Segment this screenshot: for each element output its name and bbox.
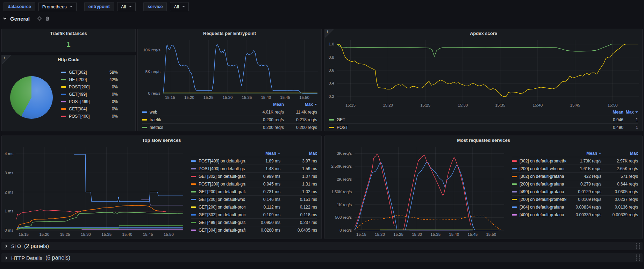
row-slo[interactable]: SLO (2 panels): [1, 242, 643, 250]
legend-sort-mean[interactable]: Mean: [251, 102, 284, 107]
row-http-details[interactable]: HTTP Details (6 panels): [1, 253, 643, 262]
panel-title[interactable]: Apdex score: [325, 29, 642, 37]
series-name[interactable]: GET[302]: [69, 70, 102, 75]
pie-legend-row[interactable]: POST[400]0%: [61, 112, 118, 120]
legend-row[interactable]: [304] on default-grafana0.00834 req/s0.0…: [512, 203, 638, 211]
legend-row[interactable]: [302] on default-grafana422 req/s571 req…: [512, 172, 638, 180]
panel-requests-per-entrypoint: Requests per Entrypoint 15:1515:2015:251…: [137, 29, 322, 131]
series-color-swatch: [191, 214, 196, 216]
legend-row[interactable]: GET[200] on default-grafana0.731 ms1.02 …: [191, 188, 317, 195]
series-name[interactable]: [499] on default-grafana: [520, 189, 564, 194]
legend-sort-mean[interactable]: Mean: [599, 110, 623, 115]
series-name[interactable]: POST[499] on default-grafana: [199, 159, 245, 163]
series-name[interactable]: GET[304] on default-grafana: [199, 228, 245, 233]
legend-row[interactable]: [400] on default-grafana0.00339 req/s0.0…: [512, 211, 638, 218]
legend-row[interactable]: [200] on default-whoami1.61K req/s2.65K …: [512, 165, 638, 172]
legend-row[interactable]: GET[200] on default-prometheus0.112 ms0.…: [191, 203, 317, 211]
series-name[interactable]: GET[302] on default-prometheus: [199, 212, 245, 217]
x-tick-label: 15:35: [242, 95, 252, 100]
pie-legend-row[interactable]: GET[499]0%: [61, 90, 118, 98]
series-name[interactable]: GET[304]: [69, 107, 102, 111]
legend-row[interactable]: POST[200] on default-grafana0.945 ms1.31…: [191, 180, 317, 188]
panel-title[interactable]: Requests per Entrypoint: [138, 29, 321, 37]
legend-row[interactable]: GET[302] on default-prometheus0.109 ms0.…: [191, 211, 317, 218]
panel-title[interactable]: Most requested services: [325, 136, 642, 144]
pie-legend-row[interactable]: GET[304]0%: [61, 105, 118, 112]
datasource-select[interactable]: Prometheus: [38, 2, 77, 11]
legend-sort-max[interactable]: Max: [601, 151, 638, 156]
series-name[interactable]: metrics: [150, 125, 163, 130]
legend-mean-value: 1.73K req/s: [566, 159, 601, 163]
legend-sort-mean[interactable]: Mean: [566, 151, 601, 156]
trash-icon[interactable]: [45, 16, 50, 21]
legend-row[interactable]: web4.01K req/s11.4K req/s: [142, 108, 317, 116]
series-name[interactable]: GET[200] on default-whoami: [199, 197, 245, 202]
legend-row[interactable]: [499] on default-grafana0.0129 req/s0.03…: [512, 188, 638, 195]
series-name[interactable]: [302] on default-grafana: [520, 174, 564, 179]
pie-legend-row[interactable]: GET[200]42%: [61, 76, 118, 83]
entrypoint-select[interactable]: All: [117, 2, 136, 11]
series-name[interactable]: GET: [337, 117, 345, 122]
series-name[interactable]: [304] on default-grafana: [520, 205, 564, 210]
panel-title[interactable]: Top slow services: [2, 136, 321, 144]
series-name[interactable]: [302] on default-prometheus: [520, 159, 566, 163]
series-name[interactable]: GET[200] on default-prometheus: [199, 205, 245, 210]
row-general[interactable]: General: [3, 14, 50, 23]
info-icon[interactable]: i: [2, 55, 10, 64]
series-name[interactable]: GET[302] on default-grafana: [199, 174, 245, 179]
legend-row[interactable]: GET[200] on default-whoami0.146 ms0.151 …: [191, 195, 317, 203]
pie-legend-row[interactable]: POST[200]0%: [61, 83, 118, 90]
series-name[interactable]: POST: [337, 125, 348, 130]
panel-title[interactable]: Http Code: [2, 55, 135, 64]
legend-sort-max[interactable]: Max: [280, 151, 317, 156]
legend-row[interactable]: [200] on default-grafana0.279 req/s0.644…: [512, 180, 638, 188]
legend-sort-mean[interactable]: Mean: [245, 151, 280, 156]
series-line: [355, 162, 397, 230]
series-name[interactable]: POST[400] on default-grafana: [199, 166, 245, 171]
series-color-swatch: [142, 111, 147, 113]
series-name[interactable]: [200] on default-whoami: [520, 166, 564, 171]
legend-row[interactable]: metrics0.200 req/s0.200 req/s: [142, 123, 317, 131]
legend-row[interactable]: [302] on default-prometheus1.73K req/s2.…: [512, 157, 638, 165]
http-code-content: GET[302]58%GET[200]42%POST[200]0%GET[499…: [2, 64, 135, 131]
legend-max-value: 0.0305 req/s: [601, 189, 638, 194]
series-name[interactable]: [400] on default-grafana: [520, 212, 564, 217]
legend-sort-max[interactable]: Max: [623, 110, 638, 115]
legend-row[interactable]: POST[400] on default-grafana1.43 ms1.59 …: [191, 165, 317, 172]
legend-header: MeanMax: [142, 101, 317, 108]
legend-row[interactable]: GET[302] on default-grafana0.999 ms1.07 …: [191, 172, 317, 180]
legend-row[interactable]: GET[304] on default-grafana0.0260 ms0.04…: [191, 226, 317, 234]
row-drag-handle[interactable]: [636, 255, 641, 261]
gear-icon[interactable]: [37, 16, 42, 21]
row-drag-handle[interactable]: [636, 243, 641, 249]
pie-legend-row[interactable]: POST[499]0%: [61, 98, 118, 105]
series-name[interactable]: POST[200] on default-grafana: [199, 182, 245, 187]
series-name[interactable]: GET[499]: [69, 92, 102, 97]
x-tick-label: 15:15: [356, 232, 366, 237]
series-name[interactable]: POST[200]: [69, 85, 102, 89]
series-name[interactable]: web: [150, 110, 157, 115]
legend-row[interactable]: POST[499] on default-grafana1.89 ms3.97 …: [191, 157, 317, 165]
series-name[interactable]: traefik: [150, 117, 161, 122]
service-select[interactable]: All: [170, 2, 188, 11]
legend-row[interactable]: GET0.9461: [329, 116, 638, 123]
series-name[interactable]: POST[400]: [69, 114, 102, 119]
legend-max-value: 0.0405 ms: [280, 228, 317, 233]
chart-canvas: 15:1515:2015:2515:3015:3515:4015:4515:50…: [2, 144, 187, 238]
panel-title[interactable]: Traefik Instances: [2, 29, 135, 37]
x-tick-label: 15:35: [101, 232, 112, 237]
legend-max-value: 2.97K req/s: [601, 159, 638, 163]
pie-legend-row[interactable]: GET[302]58%: [61, 68, 118, 76]
series-name[interactable]: [200] on default-grafana: [520, 182, 564, 187]
series-name[interactable]: [200] on default-prometheus: [520, 197, 566, 202]
info-icon[interactable]: i: [325, 29, 334, 38]
series-name[interactable]: GET[200] on default-grafana: [199, 189, 245, 194]
series-name[interactable]: GET[499] on default-grafana: [199, 220, 245, 225]
legend-row[interactable]: traefik0.200 req/s0.218 req/s: [142, 116, 317, 123]
legend-row[interactable]: GET[499] on default-grafana0.0950 ms0.23…: [191, 218, 317, 226]
series-name[interactable]: POST[499]: [69, 99, 102, 104]
legend-sort-max[interactable]: Max: [284, 102, 317, 107]
legend-row[interactable]: POST0.4901: [329, 123, 638, 131]
series-name[interactable]: GET[200]: [69, 77, 102, 82]
legend-row[interactable]: [200] on default-prometheus0.0109 req/s0…: [512, 195, 638, 203]
